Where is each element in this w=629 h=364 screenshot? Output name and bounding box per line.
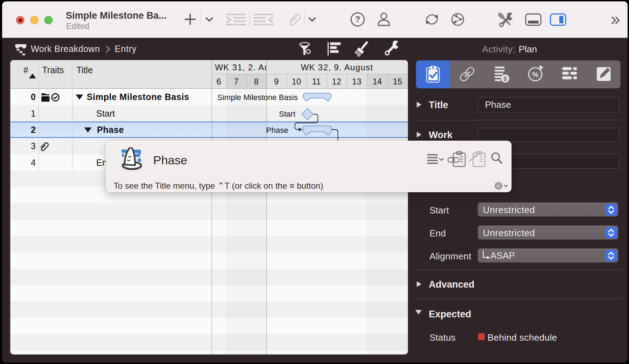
svg-text:$: $ [503, 76, 507, 82]
svg-text:%: % [532, 71, 538, 78]
